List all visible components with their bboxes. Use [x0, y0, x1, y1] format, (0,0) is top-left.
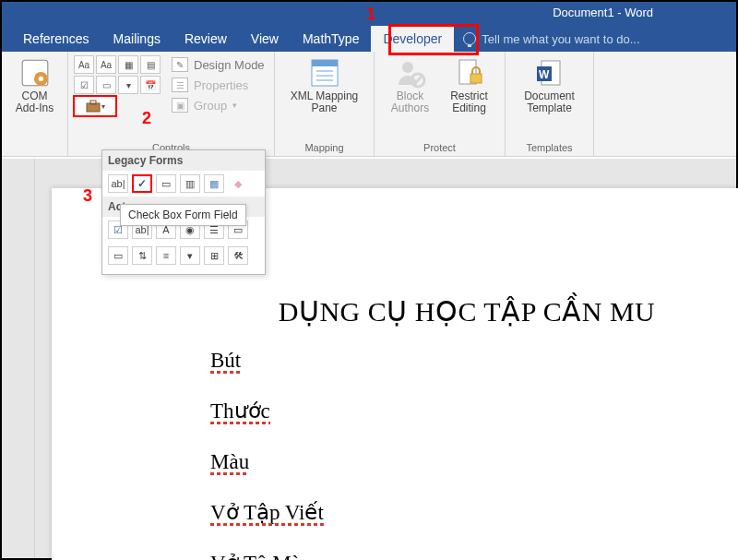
legacy-tools-button[interactable]: ▾ [74, 96, 116, 116]
annotation-1: 1 [366, 5, 375, 24]
rich-text-control-icon[interactable]: Aa [74, 55, 94, 74]
tab-mailings[interactable]: Mailings [101, 26, 173, 52]
controls-grid: Aa Aa ▦ ▤ ☑ ▭ ▾ 📅 ▾ [74, 55, 161, 114]
group-mapping-label: Mapping [280, 140, 368, 156]
ribbon-tabs: References Mailings Review View MathType… [2, 26, 736, 52]
annotation-2: 2 [142, 109, 151, 128]
controls-mode-list: ✎ Design Mode ☰ Properties ▣ Group ▾ [170, 55, 267, 114]
legacy-forms-header: Legacy Forms [102, 150, 265, 171]
group-templates-label: Templates [511, 140, 588, 156]
group-button[interactable]: ▣ Group ▾ [170, 96, 267, 114]
combobox-control-icon[interactable]: ▭ [96, 76, 116, 94]
design-mode-button[interactable]: ✎ Design Mode [170, 55, 267, 74]
lock-document-icon [454, 57, 485, 89]
tab-mathtype[interactable]: MathType [291, 26, 371, 52]
activex-combo-icon[interactable]: ▾ [180, 246, 200, 265]
shading-form-field-icon[interactable]: ▩ [204, 174, 224, 193]
xml-mapping-button[interactable]: XML Mapping Pane [287, 55, 363, 116]
toolbox-icon [86, 100, 101, 113]
ribbon: COM Add-Ins Aa Aa ▦ ▤ ☑ ▭ ▾ 📅 ▾ [2, 52, 736, 157]
chevron-down-icon: ▾ [101, 102, 105, 111]
doc-list: Bút Thước Màu Vở Tập Viết Vở Tô Màu [52, 350, 738, 560]
group-protect-label: Protect [380, 140, 499, 156]
window-title: Document1 - Word [553, 6, 653, 19]
annotation-3: 3 [83, 186, 92, 206]
group-controls: Aa Aa ▦ ▤ ☑ ▭ ▾ 📅 ▾ ✎ [68, 52, 275, 156]
restrict-editing-button[interactable]: Restrict Editing [442, 55, 497, 116]
properties-icon: ☰ [172, 77, 188, 92]
block-authors-button[interactable]: Block Authors [383, 55, 438, 116]
svg-point-10 [402, 62, 413, 73]
group-addins-label [7, 140, 62, 156]
tab-references[interactable]: References [11, 26, 101, 52]
date-picker-control-icon[interactable]: 📅 [140, 76, 161, 94]
frame-form-field-icon[interactable]: ▥ [180, 174, 200, 193]
dropdown-form-field-icon[interactable]: ▭ [156, 174, 176, 193]
activex-row-2: ▭ ⇅ ≡ ▾ ⊞ 🛠 [102, 243, 265, 268]
gear-icon [19, 57, 51, 89]
group-templates: W Document Template Templates [506, 52, 594, 156]
tell-me-label: Tell me what you want to do... [482, 32, 639, 46]
ruler-pencil-icon: ✎ [172, 57, 188, 72]
picture-control-icon[interactable]: ▦ [118, 55, 138, 74]
block-authors-icon [395, 57, 426, 89]
tab-view[interactable]: View [239, 26, 291, 52]
tell-me-search[interactable]: Tell me what you want to do... [463, 32, 639, 46]
com-addins-button[interactable]: COM Add-Ins [7, 55, 63, 116]
word-template-icon: W [533, 57, 565, 89]
list-item: Vở Tô Màu [210, 553, 311, 560]
svg-point-2 [38, 77, 42, 81]
activex-button-icon[interactable]: ▭ [108, 246, 128, 265]
building-block-control-icon[interactable]: ▤ [140, 55, 161, 74]
svg-rect-6 [312, 60, 338, 66]
group-addins: COM Add-Ins [2, 52, 68, 156]
vertical-ruler [2, 159, 35, 558]
group-mapping: XML Mapping Pane Mapping [275, 52, 375, 156]
list-item: Màu [210, 451, 249, 472]
checkbox-control-icon[interactable]: ☑ [74, 76, 94, 94]
com-addins-label: COM Add-Ins [16, 90, 54, 114]
tooltip-checkbox-form-field: Check Box Form Field [120, 204, 246, 226]
list-item: Thước [210, 400, 270, 422]
plain-text-control-icon[interactable]: Aa [96, 55, 116, 74]
activex-scroll-icon[interactable]: ⇅ [132, 246, 152, 265]
tab-developer[interactable]: Developer [371, 26, 454, 52]
activex-more-icon[interactable]: 🛠 [228, 246, 248, 265]
dropdown-control-icon[interactable]: ▾ [118, 76, 138, 94]
activex-spin-icon[interactable]: ≡ [156, 246, 176, 265]
xml-pane-icon [309, 57, 340, 89]
group-icon: ▣ [172, 98, 188, 113]
checkbox-form-field-icon[interactable] [132, 174, 152, 193]
list-item: Bút [210, 350, 241, 371]
reset-form-field-icon[interactable]: ◆ [228, 174, 248, 193]
tab-review[interactable]: Review [173, 26, 239, 52]
properties-button[interactable]: ☰ Properties [170, 76, 267, 94]
document-template-button[interactable]: W Document Template [520, 55, 578, 116]
svg-rect-14 [470, 74, 482, 83]
text-form-field-icon[interactable]: ab| [108, 174, 128, 193]
activex-toggle-icon[interactable]: ⊞ [204, 246, 224, 265]
group-protect: Block Authors Restrict Editing Protect [375, 52, 506, 156]
list-item: Vở Tập Viết [210, 502, 324, 523]
bulb-icon [463, 32, 476, 45]
chevron-down-icon: ▾ [232, 101, 237, 110]
svg-text:W: W [539, 68, 550, 81]
legacy-forms-row: ab| ▭ ▥ ▩ ◆ [102, 171, 265, 197]
